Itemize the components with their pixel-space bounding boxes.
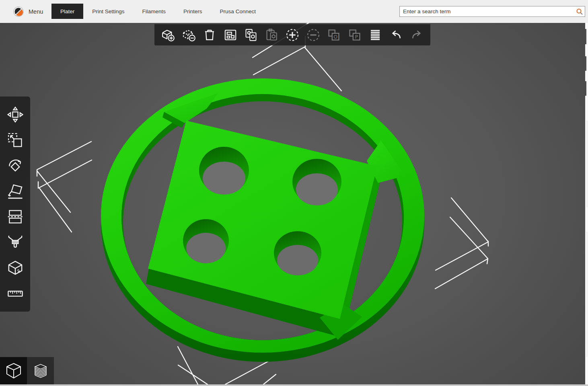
delete-object-button[interactable] xyxy=(181,27,197,43)
remove-instance-button xyxy=(305,27,321,43)
seam-painting-tool-button[interactable] xyxy=(6,259,25,277)
split-to-parts-button: P xyxy=(347,27,363,43)
search-box xyxy=(399,6,585,17)
sliver-mark xyxy=(585,29,586,44)
move-tool-button[interactable] xyxy=(6,105,25,124)
prusa-logo-icon xyxy=(12,5,25,18)
scene-canvas xyxy=(0,23,585,384)
top-bar: Menu Plater Print Settings Filaments Pri… xyxy=(0,0,588,23)
arrange-button[interactable] xyxy=(222,27,238,43)
add-instance-button[interactable] xyxy=(284,27,300,43)
editor-3d-view-button[interactable] xyxy=(0,357,27,384)
cut-tool-button[interactable] xyxy=(6,207,25,226)
sliver-divider xyxy=(587,121,587,207)
menu-button[interactable]: Menu xyxy=(12,4,43,19)
place-on-face-tool-button[interactable] xyxy=(6,182,25,201)
gizmo-toolbar xyxy=(0,96,30,312)
tab-filaments[interactable]: Filaments xyxy=(134,4,175,19)
paste-button xyxy=(264,27,280,43)
tab-prusa-connect[interactable]: Prusa Connect xyxy=(211,4,265,19)
sliver-divider xyxy=(587,232,587,357)
scale-tool-button[interactable] xyxy=(6,131,25,150)
model-green-disc[interactable] xyxy=(101,78,424,362)
measure-tool-button[interactable] xyxy=(6,284,25,303)
variable-layer-height-button[interactable] xyxy=(367,27,383,43)
search-input[interactable] xyxy=(400,8,574,14)
sliver-mark xyxy=(585,56,586,71)
sliver-mark xyxy=(585,81,586,96)
tab-print-settings[interactable]: Print Settings xyxy=(83,4,133,19)
copy-button[interactable] xyxy=(243,27,259,43)
object-toolbar: O P xyxy=(154,24,430,45)
plater-3d-viewport[interactable]: O P xyxy=(0,23,585,384)
delete-all-button[interactable] xyxy=(201,27,218,43)
redo-button xyxy=(409,27,425,43)
add-object-button[interactable] xyxy=(160,27,176,43)
svg-text:P: P xyxy=(355,34,358,40)
menu-label: Menu xyxy=(29,8,43,15)
rotate-tool-button[interactable] xyxy=(6,156,25,175)
collapsed-right-panel-sliver[interactable] xyxy=(585,23,588,384)
search-icon[interactable] xyxy=(574,8,585,15)
window-bottom-edge xyxy=(0,384,588,386)
split-to-objects-button: O xyxy=(326,27,342,43)
svg-text:O: O xyxy=(333,34,337,40)
undo-button[interactable] xyxy=(388,27,404,43)
tab-printers[interactable]: Printers xyxy=(175,4,211,19)
tab-bar: Plater Print Settings Filaments Printers… xyxy=(51,0,265,23)
tab-plater[interactable]: Plater xyxy=(51,4,83,19)
paint-supports-tool-button[interactable] xyxy=(6,233,25,252)
preview-sliced-view-button[interactable] xyxy=(27,357,54,384)
view-switcher xyxy=(0,357,54,384)
